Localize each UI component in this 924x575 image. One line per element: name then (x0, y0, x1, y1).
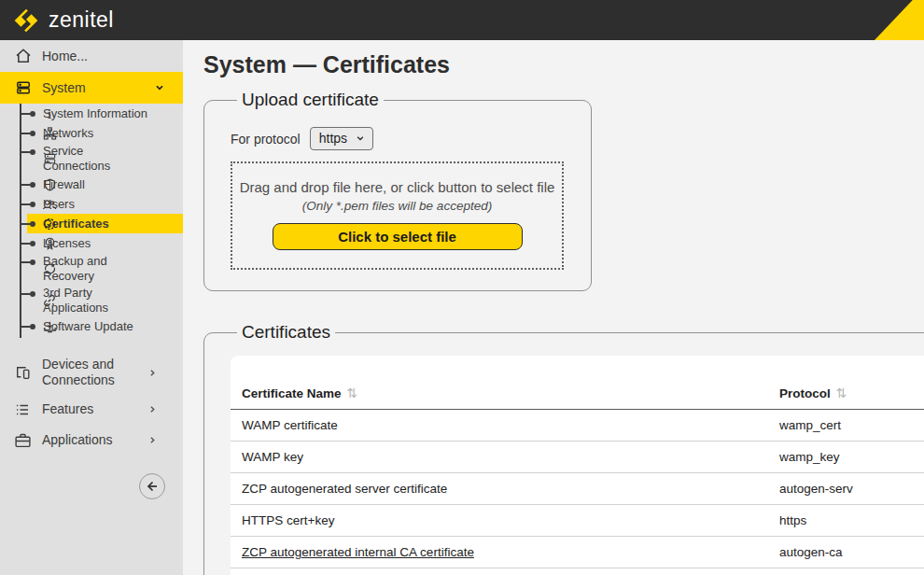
column-header-certificate-name[interactable]: Certificate Name ⇅ (231, 386, 779, 400)
sidebar-item-certificates[interactable]: Certificates (0, 214, 183, 233)
upload-certificate-section: Upload certificate For protocol https Dr… (203, 90, 592, 291)
protocol-cell: autogen-ca (779, 545, 924, 559)
sidebar-item-label: System (42, 80, 86, 95)
select-file-button[interactable]: Click to select file (273, 223, 523, 250)
collapse-sidebar-button[interactable] (139, 473, 165, 499)
sidebar-item-label: Home... (42, 49, 88, 63)
sidebar-item-system-information[interactable]: i System Information (0, 104, 183, 123)
page-title: System — Certificates (203, 49, 924, 79)
dropzone-instruction: Drag and drop file here, or click button… (232, 179, 562, 195)
sidebar-item-3rd-party-applications[interactable]: 3rd Party Applications (0, 285, 183, 316)
devices-icon (14, 364, 32, 382)
protocol-select[interactable]: https (310, 127, 373, 150)
corner-accent-shape (875, 0, 924, 40)
arrow-left-icon (145, 479, 160, 494)
table-row[interactable]: ZCP autogenerated server certificate aut… (231, 473, 924, 505)
file-dropzone[interactable]: Drag and drop file here, or click button… (231, 161, 564, 270)
brand-name: zenitel (49, 7, 114, 33)
certificates-legend: Certificates (237, 322, 335, 343)
link-icon (42, 293, 57, 308)
service-connections-icon (42, 152, 57, 166)
sidebar-item-users[interactable]: Users (0, 194, 183, 214)
sync-icon (42, 262, 57, 276)
table-row[interactable]: WAMP certificate wamp_cert (231, 410, 924, 442)
certificates-table: Certificate Name ⇅ Protocol ⇅ WAMP certi… (231, 356, 924, 575)
certificate-name-cell[interactable]: ZCP autogenerated internal CA certificat… (231, 545, 779, 559)
zenitel-logo-icon (13, 7, 39, 34)
license-medal-icon (42, 236, 57, 250)
protocol-select-value: https (319, 131, 347, 146)
sidebar-item-home[interactable]: Home... (0, 40, 183, 72)
chevron-down-icon (153, 81, 166, 94)
certificate-name-cell[interactable]: HTTPS cert+key (231, 513, 779, 527)
sidebar-item-label: Features (42, 401, 93, 417)
certificates-section: Certificates Certificate Name ⇅ Protocol… (203, 322, 924, 575)
sidebar-item-label: System Information (43, 106, 147, 121)
sidebar-groups: Devices and Connections Features (0, 351, 183, 456)
list-icon (14, 401, 31, 418)
sort-icon[interactable]: ⇅ (347, 386, 358, 400)
sidebar: Home... System i System Information (0, 40, 183, 575)
software-update-icon (42, 319, 57, 333)
brand-logo[interactable]: zenitel (0, 7, 114, 34)
upload-certificate-legend: Upload certificate (237, 90, 384, 110)
sidebar-item-service-connections[interactable]: Service Connections (0, 143, 183, 175)
protocol-label: For protocol (231, 132, 301, 147)
info-icon: i (42, 106, 57, 120)
system-icon (15, 79, 32, 96)
certificate-rosette-icon (42, 217, 57, 231)
sidebar-item-label: Applications (42, 432, 113, 448)
column-header-label: Protocol (779, 386, 831, 400)
column-header-protocol[interactable]: Protocol ⇅ (779, 386, 924, 400)
sidebar-item-applications[interactable]: Applications (0, 425, 183, 456)
sidebar-item-label: Service Connections (43, 144, 151, 174)
sidebar-item-devices-and-connections[interactable]: Devices and Connections (0, 351, 183, 394)
system-submenu: i System Information Networks (0, 104, 183, 336)
table-row[interactable]: WAMP key wamp_key (231, 442, 924, 473)
certificate-name-cell[interactable]: ZCP autogenerated server certificate (231, 482, 779, 496)
main-content: System — Certificates Upload certificate… (183, 40, 924, 575)
protocol-row: For protocol https (231, 127, 572, 150)
chevron-right-icon (147, 367, 159, 379)
users-icon (42, 197, 57, 212)
table-row[interactable]: ZCP autogenerated internal CA certificat… (231, 537, 924, 568)
dropzone-filetype-hint: (Only *.pem files will be accepted) (232, 199, 562, 213)
table-header-row: Certificate Name ⇅ Protocol ⇅ (231, 356, 924, 410)
sidebar-item-label: Devices and Connections (42, 357, 147, 388)
sort-icon[interactable]: ⇅ (836, 386, 847, 400)
protocol-cell: wamp_key (779, 450, 924, 464)
chevron-down-icon (356, 133, 365, 143)
sidebar-item-backup-and-recovery[interactable]: Backup and Recovery (0, 253, 183, 285)
sidebar-item-licenses[interactable]: Licenses (0, 233, 183, 253)
protocol-cell: autogen-serv (779, 482, 924, 496)
column-header-label: Certificate Name (242, 386, 342, 400)
chevron-right-icon (147, 403, 159, 415)
sidebar-item-label: 3rd Party Applications (43, 286, 151, 316)
app-window: zenitel Home... System (0, 0, 924, 575)
shield-icon (42, 177, 57, 191)
protocol-cell: https (779, 513, 924, 527)
sidebar-item-networks[interactable]: Networks (0, 123, 183, 143)
sidebar-item-software-update[interactable]: Software Update (0, 316, 183, 336)
chevron-right-icon (147, 434, 159, 446)
sidebar-item-label: Backup and Recovery (43, 254, 151, 284)
certificate-name-cell[interactable]: WAMP certificate (231, 418, 779, 432)
sidebar-item-features[interactable]: Features (0, 394, 183, 425)
network-icon (42, 126, 57, 140)
sidebar-item-firewall[interactable]: Firewall (0, 175, 183, 194)
protocol-cell: wamp_cert (779, 418, 924, 432)
sidebar-item-system[interactable]: System (0, 72, 183, 104)
table-row[interactable]: HTTPS cert+key https (231, 505, 924, 537)
top-bar: zenitel (0, 0, 924, 40)
certificate-name-cell[interactable]: WAMP key (231, 450, 779, 464)
briefcase-icon (14, 431, 32, 449)
home-icon (15, 48, 32, 64)
